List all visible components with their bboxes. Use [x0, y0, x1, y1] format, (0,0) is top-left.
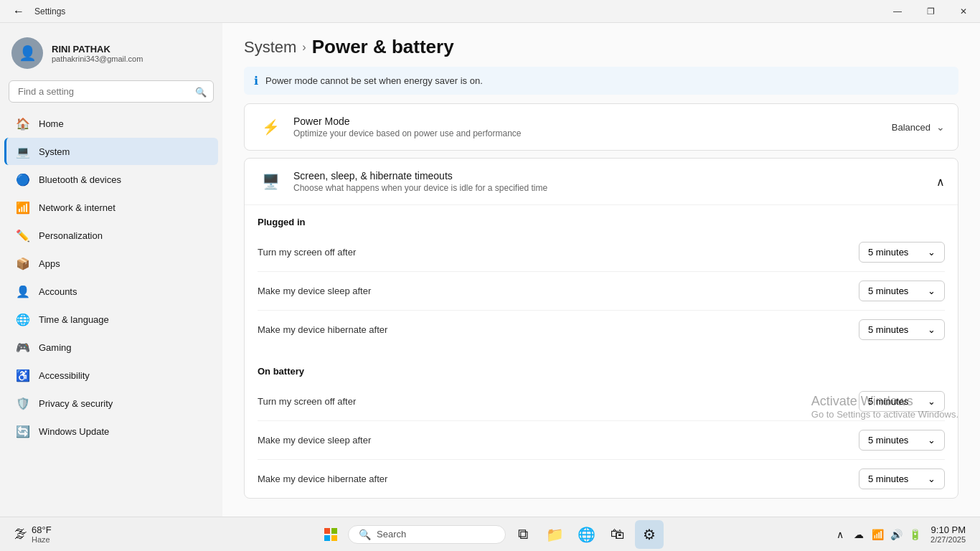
minimize-button[interactable]: —: [881, 0, 914, 23]
search-box[interactable]: 🔍: [9, 80, 214, 103]
task-view-button[interactable]: ⧉: [509, 520, 537, 549]
sidebar-item-personalization[interactable]: ✏️ Personalization: [4, 222, 218, 249]
sidebar-item-apps[interactable]: 📦 Apps: [4, 250, 218, 277]
sidebar-item-bluetooth[interactable]: 🔵 Bluetooth & devices: [4, 166, 218, 193]
battery-dropdown-1[interactable]: 5 minutes ⌄: [859, 430, 945, 451]
sidebar-item-accessibility[interactable]: ♿ Accessibility: [4, 362, 218, 389]
power-mode-chevron: ⌄: [936, 121, 945, 133]
plugged-in-dropdown-2[interactable]: 5 minutes ⌄: [859, 319, 945, 340]
battery-dropdown-2[interactable]: 5 minutes ⌄: [859, 468, 945, 489]
sleep-section-text: Screen, sleep, & hibernate timeouts Choo…: [293, 170, 936, 193]
sidebar-item-system[interactable]: 💻 System: [4, 138, 218, 165]
taskbar-center: 🔍 Search ⧉ 📁 🌐 🛍 ⚙: [316, 520, 664, 549]
sidebar-item-accounts[interactable]: 👤 Accounts: [4, 278, 218, 305]
nav-icon-bluetooth: 🔵: [16, 172, 30, 187]
nav-icon-accounts: 👤: [16, 284, 30, 298]
plugged-in-dropdown-1[interactable]: 5 minutes ⌄: [859, 281, 945, 301]
battery-chevron-2: ⌄: [928, 474, 936, 484]
nav-label-system: System: [39, 146, 70, 157]
sidebar-item-time[interactable]: 🌐 Time & language: [4, 306, 218, 333]
power-mode-title: Power Mode: [293, 116, 892, 127]
taskbar: 🌫 68°F Haze 🔍 Search ⧉ 📁 🌐 🛍 ⚙ ∧: [0, 517, 980, 551]
titlebar-title: Settings: [34, 6, 65, 17]
edge-browser-button[interactable]: 🌐: [572, 520, 600, 549]
sidebar-item-network[interactable]: 📶 Network & internet: [4, 194, 218, 221]
maximize-button[interactable]: ❐: [914, 0, 947, 23]
search-input[interactable]: [9, 80, 214, 103]
user-profile[interactable]: 👤 RINI PATHAK pathakrini343@gmail.com: [0, 30, 222, 80]
search-icon: 🔍: [195, 86, 207, 97]
sleep-section: 🖥️ Screen, sleep, & hibernate timeouts C…: [244, 158, 958, 499]
info-text: Power mode cannot be set when energy sav…: [265, 75, 483, 86]
tray-wifi[interactable]: 📶: [869, 526, 886, 543]
content-inner: ℹ Power mode cannot be set when energy s…: [222, 67, 980, 499]
battery-dropdown-0[interactable]: 5 minutes ⌄: [859, 391, 945, 412]
battery-chevron-1: ⌄: [928, 435, 936, 446]
battery-label-0: Turn my screen off after: [258, 396, 859, 407]
breadcrumb-current: Power & battery: [312, 36, 454, 58]
plugged-in-dropdown-0[interactable]: 5 minutes ⌄: [859, 242, 945, 263]
plugged-in-value-0: 5 minutes: [868, 247, 908, 258]
battery-chevron-0: ⌄: [928, 396, 936, 407]
tray-expand[interactable]: ∧: [831, 526, 849, 543]
plugged-in-label-2: Make my device hibernate after: [258, 324, 859, 335]
clock[interactable]: 9:10 PM 2/27/2025: [925, 523, 971, 545]
content-area: System › Power & battery ℹ Power mode ca…: [222, 23, 980, 517]
nav-label-accounts: Accounts: [39, 286, 77, 297]
nav-label-privacy: Privacy & security: [39, 398, 113, 409]
power-mode-control[interactable]: Balanced ⌄: [892, 121, 945, 133]
svg-rect-2: [324, 535, 330, 541]
power-mode-row[interactable]: ⚡ Power Mode Optimize your device based …: [245, 104, 958, 150]
nav-label-time: Time & language: [39, 314, 109, 325]
plugged-in-value-1: 5 minutes: [868, 286, 908, 296]
system-tray: ∧ ☁ 📶 🔊 🔋: [831, 526, 923, 543]
sidebar-item-home[interactable]: 🏠 Home: [4, 110, 218, 137]
nav-icon-update: 🔄: [16, 424, 30, 438]
sleep-section-header[interactable]: 🖥️ Screen, sleep, & hibernate timeouts C…: [245, 159, 958, 205]
nav-label-update: Windows Update: [39, 426, 109, 437]
settings-button-taskbar[interactable]: ⚙: [635, 520, 664, 549]
tray-cloud[interactable]: ☁: [850, 526, 867, 543]
taskbar-left: 🌫 68°F Haze: [9, 522, 57, 547]
tray-volume[interactable]: 🔊: [887, 526, 905, 543]
nav-icon-gaming: 🎮: [16, 340, 30, 354]
plugged-in-row-2: Make my device hibernate after 5 minutes…: [258, 311, 945, 349]
weather-widget[interactable]: 🌫 68°F Haze: [9, 522, 57, 547]
battery-label-1: Make my device sleep after: [258, 435, 859, 446]
file-explorer-button[interactable]: 📁: [540, 520, 569, 549]
svg-rect-1: [331, 528, 337, 534]
taskbar-right: ∧ ☁ 📶 🔊 🔋 9:10 PM 2/27/2025: [831, 523, 971, 545]
titlebar-controls: — ❐ ✕: [881, 0, 980, 23]
microsoft-store-button[interactable]: 🛍: [603, 520, 632, 549]
nav-icon-privacy: 🛡️: [16, 396, 30, 410]
nav-icon-personalization: ✏️: [16, 228, 30, 242]
plugged-in-row-0: Turn my screen off after 5 minutes ⌄: [258, 233, 945, 272]
battery-label-2: Make my device hibernate after: [258, 474, 859, 484]
titlebar-left: ← Settings: [9, 1, 65, 22]
plugged-in-chevron-2: ⌄: [928, 324, 936, 335]
clock-time: 9:10 PM: [930, 524, 966, 535]
power-mode-value: Balanced: [892, 122, 930, 133]
tray-battery[interactable]: 🔋: [906, 526, 923, 543]
battery-value-0: 5 minutes: [868, 396, 908, 407]
sidebar-nav: 🏠 Home 💻 System 🔵 Bluetooth & devices 📶 …: [0, 110, 222, 445]
taskbar-search-text: Search: [377, 529, 406, 540]
nav-label-apps: Apps: [39, 258, 60, 269]
user-name: RINI PATHAK: [52, 44, 143, 55]
battery-value-2: 5 minutes: [868, 474, 908, 484]
close-button[interactable]: ✕: [947, 0, 980, 23]
page-header: System › Power & battery: [222, 23, 980, 67]
sidebar-item-update[interactable]: 🔄 Windows Update: [4, 418, 218, 445]
user-email: pathakrini343@gmail.com: [52, 55, 143, 63]
power-mode-icon: ⚡: [258, 114, 283, 140]
back-button[interactable]: ←: [9, 1, 29, 22]
start-button[interactable]: [316, 520, 345, 549]
power-mode-subtitle: Optimize your device based on power use …: [293, 128, 892, 138]
taskbar-search[interactable]: 🔍 Search: [348, 525, 506, 544]
plugged-in-row-1: Make my device sleep after 5 minutes ⌄: [258, 272, 945, 311]
sidebar-item-privacy[interactable]: 🛡️ Privacy & security: [4, 390, 218, 417]
nav-label-network: Network & internet: [39, 202, 116, 213]
sidebar-item-gaming[interactable]: 🎮 Gaming: [4, 334, 218, 361]
plugged-in-label: Plugged in: [258, 205, 945, 233]
plugged-in-value-2: 5 minutes: [868, 324, 908, 335]
